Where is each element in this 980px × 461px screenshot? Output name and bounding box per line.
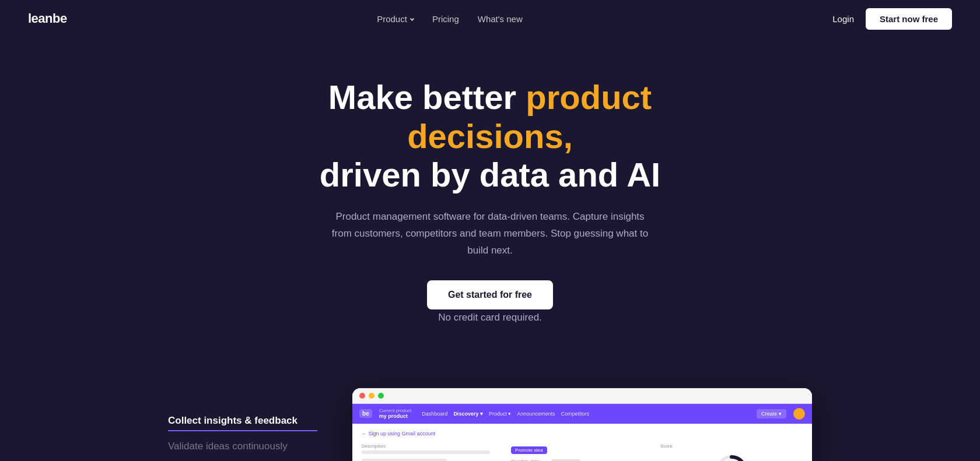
hero-subtext: Product management software for data-dri… (327, 209, 653, 259)
app-nav-product[interactable]: Product ▾ (489, 410, 512, 418)
no-credit-card-text: No credit card required. (327, 309, 653, 326)
description-bar-1 (362, 451, 490, 454)
app-back-link[interactable]: ← Sign up using Gmail account (362, 431, 803, 437)
app-nav-announcements[interactable]: Announcements (517, 410, 555, 418)
nav-right: Login Start now free (832, 8, 952, 30)
app-product-label: Current product my product (379, 408, 412, 419)
app-screenshot: be Current product my product Dashboard … (352, 388, 812, 461)
app-form-grid: Description: Attachments: Promote idea C… (362, 444, 803, 461)
hero-headline: Make better product decisions, driven by… (262, 78, 718, 195)
window-chrome (352, 388, 812, 404)
window-close-dot (359, 393, 365, 399)
app-user-avatar (793, 408, 805, 420)
score-donut: 33 More info (714, 453, 749, 461)
nav-pricing[interactable]: Pricing (432, 14, 459, 24)
app-logo-small: be (359, 409, 372, 418)
app-meta-creation: Creation date: (511, 459, 653, 461)
window-minimize-dot (369, 393, 374, 399)
create-chevron-icon: ▾ (779, 411, 782, 417)
lower-section: Collect insights & feedback Validate ide… (140, 388, 840, 461)
description-label: Description: (362, 444, 504, 449)
hero-section: Make better product decisions, driven by… (0, 37, 980, 365)
app-content-area: ← Sign up using Gmail account Descriptio… (352, 424, 812, 461)
nav-center: Product Pricing What's new (377, 14, 523, 24)
app-nav-discovery[interactable]: Discovery ▾ (453, 410, 483, 418)
app-create-button[interactable]: Create ▾ (757, 409, 786, 418)
nav-whats-new[interactable]: What's new (478, 14, 523, 24)
sidebar-item-collect[interactable]: Collect insights & feedback (168, 406, 317, 431)
window-maximize-dot (378, 393, 384, 399)
app-col-meta: Promote idea Creation date: Created by: … (511, 444, 653, 461)
logo[interactable]: leanbe (28, 11, 67, 26)
app-col-score: Score 33 More info (660, 444, 803, 461)
app-navbar: be Current product my product Dashboard … (352, 404, 812, 424)
app-nav-dashboard[interactable]: Dashboard (422, 410, 447, 418)
start-now-button[interactable]: Start now free (866, 8, 952, 30)
nav-product[interactable]: Product (377, 14, 414, 24)
main-nav: leanbe Product Pricing What's new Login … (0, 0, 980, 37)
chevron-down-icon (410, 16, 414, 20)
login-button[interactable]: Login (832, 14, 854, 24)
app-nav-links: Dashboard Discovery ▾ Product ▾ Announce… (422, 410, 750, 418)
app-nav-competitors[interactable]: Competitors (561, 410, 589, 418)
app-col-description: Description: Attachments: (362, 444, 504, 461)
description-bar-2 (362, 459, 447, 461)
score-label: Score (660, 444, 673, 449)
sidebar-item-validate[interactable]: Validate ideas continuously (168, 431, 317, 461)
feature-sidebar: Collect insights & feedback Validate ide… (168, 388, 317, 461)
cta-button[interactable]: Get started for free (427, 280, 553, 309)
promote-badge: Promote idea (511, 446, 547, 454)
